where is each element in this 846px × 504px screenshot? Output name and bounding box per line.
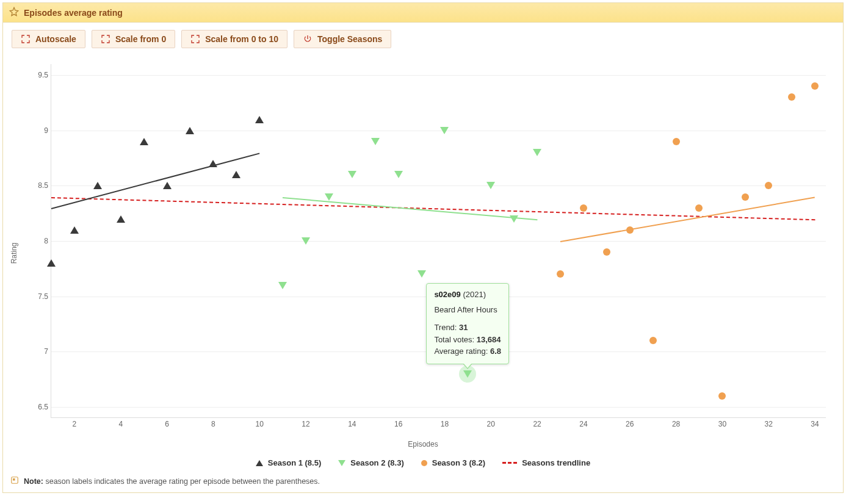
data-point[interactable]	[440, 127, 449, 134]
trendline	[283, 197, 537, 220]
note-icon	[10, 476, 19, 486]
data-point[interactable]	[394, 171, 403, 178]
autoscale-icon	[21, 34, 31, 44]
data-point[interactable]	[695, 204, 703, 212]
data-point[interactable]	[47, 259, 56, 267]
y-tick: 8	[30, 237, 48, 245]
triangle-up-icon	[256, 460, 263, 466]
data-point[interactable]	[93, 182, 102, 189]
data-point[interactable]	[117, 215, 125, 223]
y-tick: 8.5	[30, 181, 48, 190]
x-tick: 18	[441, 420, 449, 428]
legend-season-1[interactable]: Season 1 (8.5)	[256, 458, 321, 467]
y-tick: 7	[30, 347, 48, 356]
legend-season-3[interactable]: Season 3 (8.2)	[421, 458, 485, 467]
x-tick: 34	[811, 420, 819, 428]
autoscale-label: Autoscale	[35, 34, 76, 44]
gridline	[51, 241, 826, 242]
x-tick: 30	[718, 420, 726, 428]
x-tick: 26	[626, 420, 634, 428]
x-tick: 14	[348, 420, 356, 428]
data-point[interactable]	[811, 82, 819, 90]
star-icon	[9, 7, 19, 18]
data-point[interactable]	[463, 370, 472, 378]
power-icon	[303, 34, 313, 44]
plot-area[interactable]: 246810121416182022242628303234s02e09 (20…	[51, 64, 826, 418]
x-tick: 4	[118, 420, 123, 428]
x-tick: 6	[165, 420, 169, 428]
x-tick: 2	[73, 420, 77, 428]
toggle-seasons-button[interactable]: Toggle Seasons	[294, 30, 391, 48]
data-point[interactable]	[163, 182, 172, 189]
x-tick: 24	[579, 420, 587, 428]
data-point[interactable]	[557, 270, 564, 278]
circle-icon	[421, 460, 427, 466]
scale-0-10-button[interactable]: Scale from 0 to 10	[181, 30, 287, 48]
data-point[interactable]	[371, 138, 380, 145]
panel-header: Episodes average rating	[3, 3, 843, 23]
x-tick: 8	[211, 420, 215, 428]
legend-s1-label: Season 1 (8.5)	[268, 458, 321, 467]
toggle-label: Toggle Seasons	[317, 34, 382, 44]
data-point[interactable]	[70, 226, 79, 234]
expand-icon	[101, 34, 110, 44]
data-point[interactable]	[510, 215, 518, 223]
gridline	[51, 131, 826, 131]
chart: Rating 246810121416182022242628303234s02…	[8, 52, 838, 455]
data-point[interactable]	[140, 138, 148, 145]
legend: Season 1 (8.5) Season 2 (8.3) Season 3 (…	[3, 455, 843, 472]
y-tick: 9	[30, 126, 48, 135]
data-point[interactable]	[626, 226, 634, 234]
data-point[interactable]	[603, 248, 610, 256]
svg-rect-1	[13, 478, 15, 481]
x-tick: 12	[302, 420, 309, 428]
data-point[interactable]	[486, 182, 495, 189]
x-tick: 20	[487, 420, 495, 428]
dash-icon	[502, 462, 517, 464]
scale-from-0-button[interactable]: Scale from 0	[92, 30, 175, 48]
data-point[interactable]	[278, 282, 287, 289]
y-axis-label: Rating	[10, 243, 18, 264]
gridline	[51, 407, 826, 408]
expand-icon	[190, 34, 200, 44]
x-tick: 28	[672, 420, 680, 428]
legend-trend-label: Seasons trendline	[522, 458, 590, 467]
data-point[interactable]	[418, 270, 426, 278]
y-tick: 6.5	[30, 403, 48, 411]
trendline	[560, 197, 815, 242]
y-tick: 9.5	[30, 71, 48, 79]
x-axis-label: Episodes	[408, 440, 438, 448]
tooltip: s02e09 (2021)Beard After HoursTrend: 31T…	[426, 283, 509, 364]
data-point[interactable]	[232, 171, 240, 178]
data-point[interactable]	[580, 204, 587, 212]
legend-s2-label: Season 2 (8.3)	[350, 458, 403, 467]
legend-trendline[interactable]: Seasons trendline	[502, 458, 590, 467]
data-point[interactable]	[533, 149, 541, 156]
legend-season-2[interactable]: Season 2 (8.3)	[338, 458, 403, 467]
legend-s3-label: Season 3 (8.2)	[432, 458, 485, 467]
gridline	[51, 75, 826, 76]
triangle-down-icon	[338, 460, 345, 466]
data-point[interactable]	[649, 337, 657, 344]
panel-title: Episodes average rating	[24, 8, 123, 18]
data-point[interactable]	[302, 237, 310, 245]
data-point[interactable]	[255, 116, 264, 123]
autoscale-button[interactable]: Autoscale	[12, 30, 85, 48]
data-point[interactable]	[718, 392, 726, 400]
data-point[interactable]	[673, 138, 680, 145]
toolbar: Autoscale Scale from 0 Scale from 0 to 1…	[3, 23, 843, 52]
data-point[interactable]	[348, 171, 356, 178]
note: Note: season labels indicates the averag…	[3, 472, 843, 492]
note-text: Note: season labels indicates the averag…	[24, 477, 320, 486]
x-tick: 32	[765, 420, 773, 428]
data-point[interactable]	[209, 160, 217, 167]
x-tick: 22	[533, 420, 541, 428]
data-point[interactable]	[765, 182, 772, 189]
data-point[interactable]	[742, 193, 749, 201]
data-point[interactable]	[186, 127, 194, 134]
x-tick: 10	[256, 420, 264, 428]
data-point[interactable]	[325, 193, 333, 201]
y-tick: 7.5	[30, 292, 48, 301]
data-point[interactable]	[788, 93, 795, 101]
x-tick: 16	[394, 420, 402, 428]
